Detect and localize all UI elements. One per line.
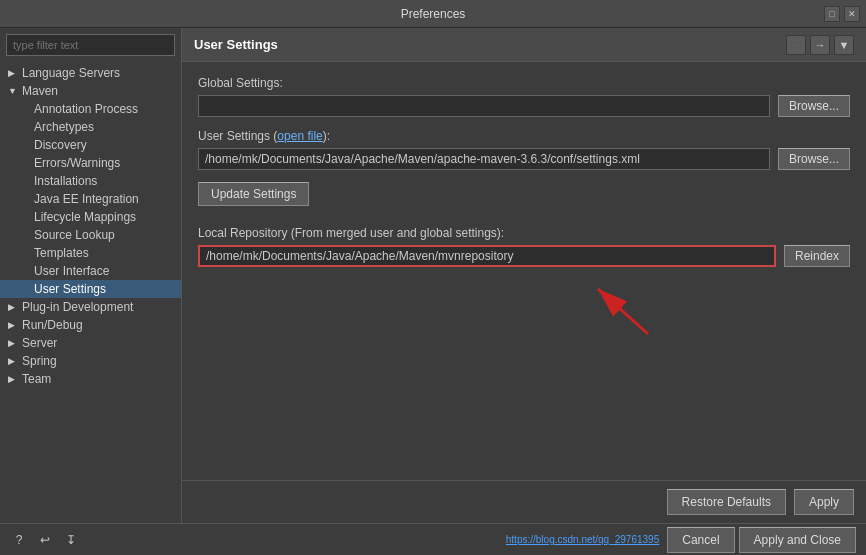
help-icon[interactable]: ? bbox=[10, 531, 28, 549]
sidebar-item-label: Server bbox=[22, 336, 57, 350]
status-icons: ? ↩ ↧ bbox=[10, 531, 80, 549]
local-repo-row: Reindex bbox=[198, 245, 850, 267]
browse-global-button[interactable]: Browse... bbox=[778, 95, 850, 117]
update-settings-button[interactable]: Update Settings bbox=[198, 182, 309, 206]
user-settings-label: User Settings (open file): bbox=[198, 129, 850, 143]
back-button[interactable]: ← bbox=[786, 35, 806, 55]
apply-and-close-button[interactable]: Apply and Close bbox=[739, 527, 856, 553]
settings-icon[interactable]: ↧ bbox=[62, 531, 80, 549]
sidebar-item-label: User Interface bbox=[34, 264, 109, 278]
close-button[interactable]: ✕ bbox=[844, 6, 860, 22]
sidebar-item-java-ee-integration[interactable]: Java EE Integration bbox=[0, 190, 181, 208]
sidebar-item-label: User Settings bbox=[34, 282, 106, 296]
sidebar-item-spring[interactable]: ▶Spring bbox=[0, 352, 181, 370]
global-settings-row: Browse... bbox=[198, 95, 850, 117]
sidebar-item-label: Plug-in Development bbox=[22, 300, 133, 314]
sidebar-item-source-lookup[interactable]: Source Lookup bbox=[0, 226, 181, 244]
local-repo-label: Local Repository (From merged user and g… bbox=[198, 226, 850, 240]
apply-button[interactable]: Apply bbox=[794, 489, 854, 515]
open-file-link[interactable]: open file bbox=[277, 129, 322, 143]
reindex-button[interactable]: Reindex bbox=[784, 245, 850, 267]
url-display: https://blog.csdn.net/qq_29761395 bbox=[506, 534, 659, 545]
dropdown-button[interactable]: ▼ bbox=[834, 35, 854, 55]
content-title: User Settings bbox=[194, 37, 278, 52]
browse-user-button[interactable]: Browse... bbox=[778, 148, 850, 170]
sidebar-item-run-debug[interactable]: ▶Run/Debug bbox=[0, 316, 181, 334]
sidebar-item-plugin-development[interactable]: ▶Plug-in Development bbox=[0, 298, 181, 316]
sidebar-item-language-servers[interactable]: ▶Language Servers bbox=[0, 64, 181, 82]
sidebar-item-team[interactable]: ▶Team bbox=[0, 370, 181, 388]
global-settings-label: Global Settings: bbox=[198, 76, 850, 90]
filter-input[interactable] bbox=[6, 34, 175, 56]
sidebar-item-user-settings[interactable]: User Settings bbox=[0, 280, 181, 298]
user-settings-row: Browse... bbox=[198, 148, 850, 170]
tree-container: ▶Language Servers▼MavenAnnotation Proces… bbox=[0, 62, 181, 523]
sidebar-item-server[interactable]: ▶Server bbox=[0, 334, 181, 352]
content-bottom: Restore Defaults Apply bbox=[182, 480, 866, 523]
status-bar: ? ↩ ↧ https://blog.csdn.net/qq_29761395 … bbox=[0, 523, 866, 555]
sidebar-item-label: Templates bbox=[34, 246, 89, 260]
sidebar-item-label: Lifecycle Mappings bbox=[34, 210, 136, 224]
sidebar-item-label: Source Lookup bbox=[34, 228, 115, 242]
arrow-right-icon: ▶ bbox=[8, 356, 18, 366]
global-settings-input[interactable] bbox=[198, 95, 770, 117]
sidebar-item-label: Archetypes bbox=[34, 120, 94, 134]
user-settings-input[interactable] bbox=[198, 148, 770, 170]
sidebar-item-annotation-process[interactable]: Annotation Process bbox=[0, 100, 181, 118]
sidebar-item-templates[interactable]: Templates bbox=[0, 244, 181, 262]
arrow-annotation bbox=[198, 279, 850, 339]
window-controls: □ ✕ bbox=[824, 6, 860, 22]
sidebar-item-user-interface[interactable]: User Interface bbox=[0, 262, 181, 280]
restore-defaults-button[interactable]: Restore Defaults bbox=[667, 489, 786, 515]
sidebar-item-label: Team bbox=[22, 372, 51, 386]
red-arrow-icon bbox=[578, 279, 658, 339]
svg-line-1 bbox=[598, 289, 648, 334]
minimize-button[interactable]: □ bbox=[824, 6, 840, 22]
sidebar-item-maven[interactable]: ▼Maven bbox=[0, 82, 181, 100]
arrow-right-icon: ▶ bbox=[8, 320, 18, 330]
settings-panel: Global Settings: Browse... User Settings… bbox=[182, 62, 866, 480]
local-repo-section: Local Repository (From merged user and g… bbox=[198, 226, 850, 267]
cancel-button[interactable]: Cancel bbox=[667, 527, 734, 553]
sidebar-item-lifecycle-mappings[interactable]: Lifecycle Mappings bbox=[0, 208, 181, 226]
sidebar-item-label: Errors/Warnings bbox=[34, 156, 120, 170]
arrow-right-icon: ▶ bbox=[8, 68, 18, 78]
sidebar-item-label: Maven bbox=[22, 84, 58, 98]
sidebar-item-label: Annotation Process bbox=[34, 102, 138, 116]
sidebar-item-label: Spring bbox=[22, 354, 57, 368]
sidebar-item-discovery[interactable]: Discovery bbox=[0, 136, 181, 154]
main-container: ▶Language Servers▼MavenAnnotation Proces… bbox=[0, 28, 866, 523]
sidebar-item-label: Language Servers bbox=[22, 66, 120, 80]
restore-icon[interactable]: ↩ bbox=[36, 531, 54, 549]
arrow-down-icon: ▼ bbox=[8, 86, 18, 96]
nav-arrows: ← → ▼ bbox=[786, 35, 854, 55]
filter-box bbox=[0, 28, 181, 62]
sidebar: ▶Language Servers▼MavenAnnotation Proces… bbox=[0, 28, 182, 523]
sidebar-item-installations[interactable]: Installations bbox=[0, 172, 181, 190]
window-title: Preferences bbox=[401, 7, 466, 21]
forward-button[interactable]: → bbox=[810, 35, 830, 55]
arrow-right-icon: ▶ bbox=[8, 338, 18, 348]
bottom-buttons: Cancel Apply and Close bbox=[667, 527, 856, 553]
sidebar-item-errors-warnings[interactable]: Errors/Warnings bbox=[0, 154, 181, 172]
local-repo-input[interactable] bbox=[198, 245, 776, 267]
sidebar-item-label: Java EE Integration bbox=[34, 192, 139, 206]
sidebar-item-label: Run/Debug bbox=[22, 318, 83, 332]
content-header: User Settings ← → ▼ bbox=[182, 28, 866, 62]
arrow-right-icon: ▶ bbox=[8, 374, 18, 384]
content-area: User Settings ← → ▼ Global Settings: Bro… bbox=[182, 28, 866, 523]
sidebar-item-label: Installations bbox=[34, 174, 97, 188]
arrow-right-icon: ▶ bbox=[8, 302, 18, 312]
sidebar-item-label: Discovery bbox=[34, 138, 87, 152]
sidebar-item-archetypes[interactable]: Archetypes bbox=[0, 118, 181, 136]
title-bar: Preferences □ ✕ bbox=[0, 0, 866, 28]
